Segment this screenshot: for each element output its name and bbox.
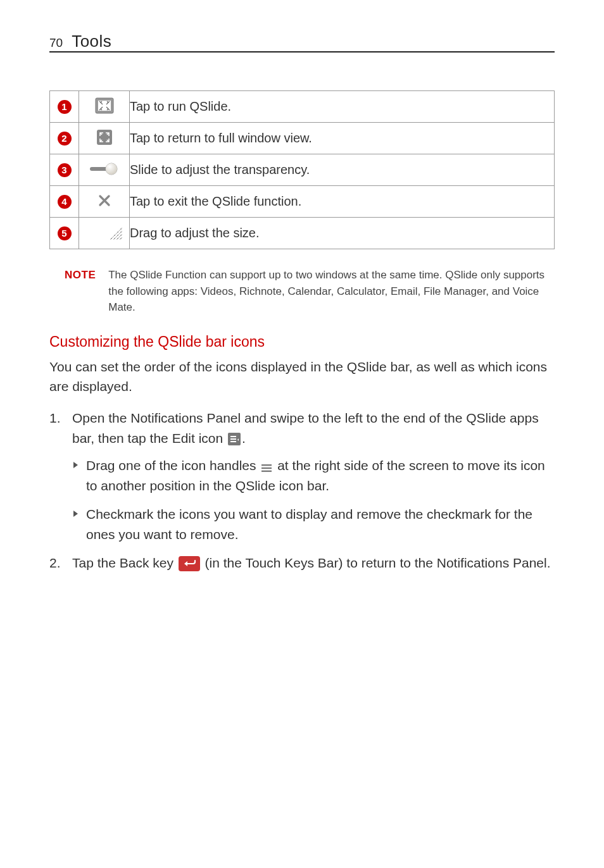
row-number-badge: 5 [58,226,72,240]
row-description: Slide to adjust the transparency. [130,154,555,186]
page-number: 70 [49,36,63,50]
row-number-badge: 2 [58,132,72,146]
step-text [173,555,177,570]
drag-handle-icon [261,464,272,473]
row-description: Tap to return to full window view. [130,123,555,154]
edit-icon [228,433,241,445]
resize-handle-icon [106,224,123,240]
substep-text: Drag one of the icon handles [86,458,260,473]
row-number-badge: 1 [58,100,72,114]
row-number-badge: 3 [58,163,72,177]
section-title: Tools [72,32,111,51]
step-text: Tap the [72,555,120,570]
note-block: NOTE The QSlide Function can support up … [65,267,555,316]
svg-point-12 [117,238,118,239]
row-description: Tap to run QSlide. [130,91,555,123]
substep-text: Checkmark the icons you want to display … [86,507,532,542]
svg-point-15 [117,235,118,236]
subsection-heading: Customizing the QSlide bar icons [49,333,555,350]
svg-rect-2 [97,130,112,145]
svg-point-17 [117,232,118,233]
page-header: 70 Tools [49,32,555,53]
svg-point-10 [111,238,112,239]
row-description: Drag to adjust the size. [130,218,555,249]
qslide-controls-table: 1 Tap to run QSlide. 2 [49,90,555,249]
table-row: 2 Tap to return to full window view. [50,123,555,154]
svg-point-14 [114,235,115,236]
svg-rect-21 [230,436,236,437]
step-item: Open the Notifications Panel and swipe t… [49,408,555,545]
svg-point-5 [106,163,117,175]
back-key-icon [179,556,200,571]
svg-rect-22 [230,438,236,440]
row-description: Tap to exit the QSlide function. [130,186,555,218]
note-text: The QSlide Function can support up to tw… [108,267,555,316]
substep-item: Drag one of the icon handles at the righ… [72,456,555,497]
svg-point-16 [120,235,122,236]
step-text: (in the Touch Keys Bar) to return to the… [201,555,551,570]
table-row: 3 Slide to [50,154,555,186]
step-text: icon [195,431,227,445]
step-text: Open the Notifications Panel and swipe t… [72,411,539,446]
svg-point-19 [120,228,122,230]
edit-label: Edit [172,431,195,445]
svg-point-11 [114,238,115,239]
svg-rect-25 [261,467,272,468]
svg-rect-24 [261,464,272,466]
step-item: Tap the Back key (in the Touch Keys Bar)… [49,553,555,574]
close-icon [98,194,111,207]
svg-point-18 [120,232,122,233]
svg-rect-23 [230,441,236,442]
table-row: 5 [50,218,555,249]
intro-paragraph: You can set the order of the icons displ… [49,357,555,397]
table-row: 1 Tap to run QSlide. [50,91,555,123]
svg-rect-26 [261,470,272,471]
full-window-icon [97,130,112,145]
table-row: 4 Tap to exit the QSlide function. [50,186,555,218]
svg-line-8 [116,234,122,240]
step-text: . [242,431,246,445]
note-label: NOTE [65,267,96,283]
svg-line-6 [110,228,122,240]
qslide-run-icon [95,97,114,114]
back-key-label: Back key [120,555,173,570]
transparency-slider-icon [89,162,120,176]
substep-list: Drag one of the icon handles at the righ… [72,456,555,545]
svg-point-13 [120,238,122,239]
steps-list: Open the Notifications Panel and swipe t… [49,408,555,574]
row-number-badge: 4 [58,195,72,209]
substep-item: Checkmark the icons you want to display … [72,504,555,545]
